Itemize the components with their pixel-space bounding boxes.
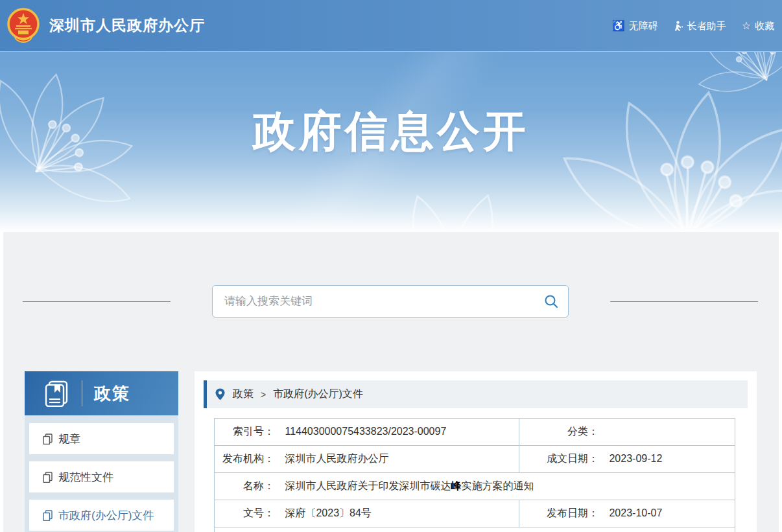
search-icon bbox=[544, 294, 558, 308]
breadcrumb-item-policy[interactable]: 政策 bbox=[233, 387, 254, 401]
breadcrumb-accent-bar bbox=[204, 380, 207, 408]
issuing-agency-label: 发布机构： bbox=[215, 452, 274, 466]
index-number-label: 索引号： bbox=[215, 425, 274, 439]
doc-number-cell: 文号： 深府〔2023〕84号 bbox=[215, 500, 519, 527]
content-card: 政策 > 市政府(办公厅)文件 索引号： 114403000075433823/… bbox=[195, 371, 757, 532]
accessibility-label: 无障碍 bbox=[629, 20, 658, 32]
publish-date-value: 2023-10-07 bbox=[609, 507, 662, 518]
accessibility-link[interactable]: ♿ 无障碍 bbox=[612, 20, 658, 32]
accessibility-icon: ♿ bbox=[612, 21, 625, 31]
elder-person-icon bbox=[674, 21, 683, 31]
banner: 政府信息公开 bbox=[0, 52, 782, 232]
breadcrumb-item-city-gov-docs[interactable]: 市政府(办公厅)文件 bbox=[273, 387, 363, 401]
elder-assist-label: 长者助手 bbox=[687, 20, 726, 32]
sidebar-item-label: 规范性文件 bbox=[58, 470, 113, 485]
publish-date-label: 发布日期： bbox=[519, 507, 598, 520]
sidebar: 政策 规章 规范性文件 bbox=[25, 371, 178, 532]
search-input[interactable] bbox=[213, 286, 534, 317]
sidebar-item-city-gov-docs[interactable]: 市政府(办公厅)文件 bbox=[29, 500, 174, 531]
document-name-label: 名称： bbox=[215, 480, 274, 493]
breadcrumb-separator: > bbox=[261, 389, 266, 400]
issuing-agency-cell: 发布机构： 深圳市人民政府办公厅 bbox=[215, 446, 519, 473]
written-date-cell: 成文日期： 2023-09-12 bbox=[519, 446, 735, 473]
topbar: 深圳市人民政府办公厅 ♿ 无障碍 长者助手 ☆ 收藏 bbox=[0, 0, 782, 52]
next-row-partial-cell bbox=[215, 527, 735, 532]
search-button[interactable] bbox=[534, 286, 568, 317]
search-decor-line-right bbox=[610, 301, 758, 302]
sidebar-items: 规章 规范性文件 市政府(办公厅)文件 bbox=[25, 415, 178, 532]
written-date-value: 2023-09-12 bbox=[609, 453, 662, 464]
location-pin-icon bbox=[215, 388, 225, 400]
issuing-agency-value: 深圳市人民政府办公厅 bbox=[285, 453, 388, 464]
favorite-link[interactable]: ☆ 收藏 bbox=[742, 20, 774, 32]
written-date-label: 成文日期： bbox=[519, 452, 598, 466]
sidebar-item-label: 市政府(办公厅)文件 bbox=[58, 508, 154, 523]
site-home-link[interactable]: 深圳市人民政府办公厅 bbox=[0, 7, 205, 45]
doc-number-value: 深府〔2023〕84号 bbox=[285, 507, 371, 518]
topbar-links: ♿ 无障碍 长者助手 ☆ 收藏 bbox=[612, 0, 774, 52]
table-row: 文号： 深府〔2023〕84号 发布日期： 2023-10-07 bbox=[215, 500, 735, 527]
document-icon bbox=[43, 472, 53, 483]
sidebar-item-rules[interactable]: 规章 bbox=[29, 423, 174, 454]
breadcrumb: 政策 > 市政府(办公厅)文件 bbox=[204, 380, 748, 408]
table-row: 索引号： 114403000075433823/2023-00097 分类： bbox=[215, 419, 735, 446]
document-name-value: 深圳市人民政府关于印发深圳市碳达峰实施方案的通知 bbox=[285, 480, 534, 491]
doc-number-label: 文号： bbox=[215, 507, 274, 520]
sidebar-header: 政策 bbox=[25, 371, 178, 415]
document-name-cell: 名称： 深圳市人民政府关于印发深圳市碳达峰实施方案的通知 bbox=[215, 473, 735, 500]
document-icon bbox=[43, 510, 53, 521]
document-meta-table: 索引号： 114403000075433823/2023-00097 分类： 发… bbox=[214, 418, 735, 532]
highlighted-keyword: 峰 bbox=[451, 480, 461, 491]
sidebar-title: 政策 bbox=[94, 382, 130, 405]
table-row: 发布机构： 深圳市人民政府办公厅 成文日期： 2023-09-12 bbox=[215, 446, 735, 473]
sidebar-item-normative-docs[interactable]: 规范性文件 bbox=[29, 461, 174, 492]
sidebar-header-divider bbox=[82, 380, 82, 406]
policy-book-icon bbox=[43, 380, 70, 407]
sidebar-item-label: 规章 bbox=[58, 432, 80, 446]
star-icon: ☆ bbox=[742, 21, 751, 31]
favorite-label: 收藏 bbox=[755, 20, 774, 32]
site-title: 深圳市人民政府办公厅 bbox=[49, 16, 205, 36]
elder-assist-link[interactable]: 长者助手 bbox=[674, 20, 726, 32]
publish-date-cell: 发布日期： 2023-10-07 bbox=[519, 500, 735, 527]
table-row: 名称： 深圳市人民政府关于印发深圳市碳达峰实施方案的通知 bbox=[215, 473, 735, 500]
category-cell: 分类： bbox=[519, 419, 735, 446]
category-label: 分类： bbox=[519, 425, 598, 439]
search-box bbox=[212, 285, 569, 318]
national-emblem-icon bbox=[6, 7, 40, 45]
page-title: 政府信息公开 bbox=[0, 102, 782, 161]
index-number-cell: 索引号： 114403000075433823/2023-00097 bbox=[215, 419, 519, 446]
index-number-value: 114403000075433823/2023-00097 bbox=[285, 426, 446, 437]
document-icon bbox=[43, 434, 53, 445]
page-body: 政策 规章 规范性文件 bbox=[3, 232, 779, 532]
table-row-partial bbox=[215, 527, 735, 532]
search-decor-line-left bbox=[23, 301, 171, 302]
